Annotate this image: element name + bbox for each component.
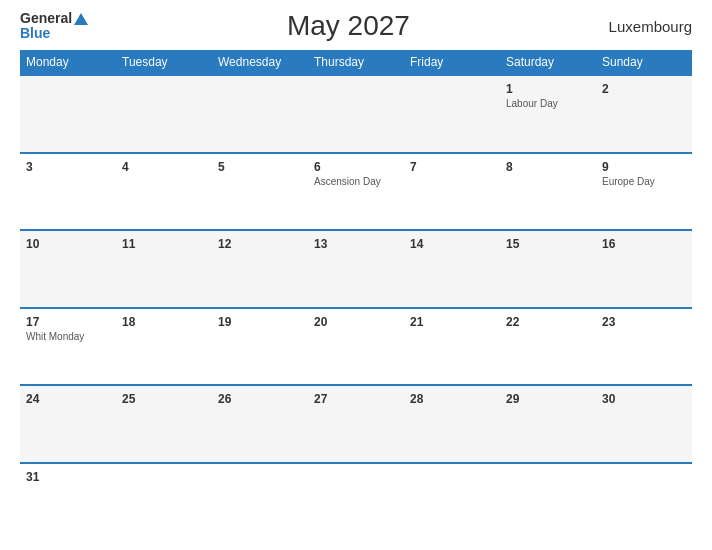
calendar-cell [404,75,500,153]
day-number: 13 [314,237,398,251]
header-wednesday: Wednesday [212,50,308,75]
week-row-2: 3456Ascension Day789Europe Day [20,153,692,231]
day-number: 18 [122,315,206,329]
calendar-cell: 31 [20,463,116,541]
calendar-cell: 29 [500,385,596,463]
day-number: 9 [602,160,686,174]
calendar-cell: 6Ascension Day [308,153,404,231]
calendar-cell [212,463,308,541]
day-number: 19 [218,315,302,329]
country-label: Luxembourg [609,18,692,35]
header-monday: Monday [20,50,116,75]
calendar-cell: 23 [596,308,692,386]
calendar-table: MondayTuesdayWednesdayThursdayFridaySatu… [20,50,692,540]
calendar-cell: 24 [20,385,116,463]
day-number: 29 [506,392,590,406]
calendar-cell: 10 [20,230,116,308]
calendar-cell: 20 [308,308,404,386]
calendar-cell [212,75,308,153]
calendar-cell: 16 [596,230,692,308]
calendar-cell: 14 [404,230,500,308]
calendar-cell: 26 [212,385,308,463]
week-row-3: 10111213141516 [20,230,692,308]
calendar-cell: 9Europe Day [596,153,692,231]
day-number: 22 [506,315,590,329]
holiday-label: Ascension Day [314,176,398,187]
day-number: 2 [602,82,686,96]
calendar-cell: 5 [212,153,308,231]
logo-blue-text: Blue [20,26,50,41]
day-number: 24 [26,392,110,406]
day-number: 16 [602,237,686,251]
day-number: 30 [602,392,686,406]
day-number: 15 [506,237,590,251]
header-tuesday: Tuesday [116,50,212,75]
header-sunday: Sunday [596,50,692,75]
logo-triangle-icon [74,13,88,25]
header-saturday: Saturday [500,50,596,75]
calendar-cell: 13 [308,230,404,308]
day-number: 27 [314,392,398,406]
week-row-5: 24252627282930 [20,385,692,463]
day-number: 23 [602,315,686,329]
day-number: 5 [218,160,302,174]
calendar-cell: 1Labour Day [500,75,596,153]
calendar-title: May 2027 [287,10,410,42]
header-thursday: Thursday [308,50,404,75]
calendar-cell [308,463,404,541]
day-number: 7 [410,160,494,174]
day-number: 14 [410,237,494,251]
calendar-cell: 12 [212,230,308,308]
week-row-4: 17Whit Monday181920212223 [20,308,692,386]
calendar-cell [20,75,116,153]
header-friday: Friday [404,50,500,75]
day-number: 20 [314,315,398,329]
day-number: 6 [314,160,398,174]
calendar-cell [596,463,692,541]
day-number: 10 [26,237,110,251]
day-number: 25 [122,392,206,406]
week-row-1: 1Labour Day2 [20,75,692,153]
day-number: 3 [26,160,110,174]
holiday-label: Whit Monday [26,331,110,342]
day-number: 28 [410,392,494,406]
calendar-cell: 18 [116,308,212,386]
calendar-cell: 2 [596,75,692,153]
week-row-6: 31 [20,463,692,541]
holiday-label: Europe Day [602,176,686,187]
calendar-cell [404,463,500,541]
calendar-cell: 21 [404,308,500,386]
calendar-cell: 28 [404,385,500,463]
calendar-cell: 15 [500,230,596,308]
calendar-cell: 25 [116,385,212,463]
day-number: 21 [410,315,494,329]
logo-general-text: General [20,11,88,26]
calendar-header-row: MondayTuesdayWednesdayThursdayFridaySatu… [20,50,692,75]
day-number: 4 [122,160,206,174]
day-number: 8 [506,160,590,174]
calendar-cell [116,75,212,153]
day-number: 26 [218,392,302,406]
calendar-cell [308,75,404,153]
calendar-cell: 17Whit Monday [20,308,116,386]
day-number: 12 [218,237,302,251]
day-number: 1 [506,82,590,96]
calendar-cell: 27 [308,385,404,463]
calendar-cell [500,463,596,541]
logo: General Blue [20,11,88,42]
calendar-header: General Blue May 2027 Luxembourg [20,10,692,42]
calendar-cell: 11 [116,230,212,308]
calendar-cell: 22 [500,308,596,386]
calendar-cell: 7 [404,153,500,231]
calendar-cell: 19 [212,308,308,386]
day-number: 11 [122,237,206,251]
calendar-cell: 8 [500,153,596,231]
calendar-cell [116,463,212,541]
calendar-cell: 4 [116,153,212,231]
calendar-cell: 3 [20,153,116,231]
holiday-label: Labour Day [506,98,590,109]
day-number: 17 [26,315,110,329]
day-number: 31 [26,470,110,484]
calendar-cell: 30 [596,385,692,463]
